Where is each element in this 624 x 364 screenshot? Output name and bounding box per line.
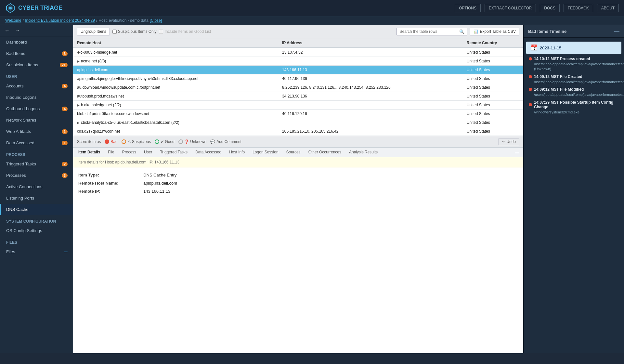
- tab-triggered-tasks[interactable]: Triggered Tasks: [156, 148, 191, 157]
- add-comment-button[interactable]: 💬 Add Comment: [210, 139, 241, 144]
- detail-label-item-type: Item Type:: [78, 173, 143, 177]
- options-button[interactable]: OPTIONS: [455, 4, 481, 12]
- sidebar-item-data-accessed[interactable]: Data Accessed 1: [0, 137, 73, 149]
- tab-host-info[interactable]: Host Info: [225, 148, 249, 157]
- include-good-checkbox-label[interactable]: Include Items on Good List: [159, 29, 211, 34]
- expand-icon[interactable]: ▶: [77, 121, 80, 124]
- comment-icon: 💬: [210, 139, 215, 144]
- breadcrumb: Welcome / Incident: Evaluation Incident …: [0, 16, 624, 25]
- table-row[interactable]: au.download.windowsupdate.com.c.footprin…: [73, 83, 523, 92]
- sidebar-item-dashboard[interactable]: Dashboard: [0, 36, 73, 48]
- tab-process[interactable]: Process: [118, 148, 140, 157]
- tab-user[interactable]: User: [140, 148, 156, 157]
- table-row[interactable]: ▶acme.net (8/8) United States: [73, 57, 523, 66]
- sidebar-item-bad-items[interactable]: Bad Items 3: [0, 48, 73, 59]
- expand-icon[interactable]: ▶: [77, 59, 80, 63]
- table-toolbar: Ungroup Items Suspicious Items Only Incl…: [73, 25, 523, 38]
- forward-button[interactable]: →: [13, 27, 22, 34]
- tab-file[interactable]: File: [104, 148, 118, 157]
- score-good-option[interactable]: ✔ Good: [155, 139, 175, 144]
- score-suspicious-radio[interactable]: [122, 139, 126, 144]
- cell-country: United States: [463, 74, 523, 83]
- tab-collapse-button[interactable]: —: [512, 148, 522, 157]
- sidebar-label-bad-items: Bad Items: [6, 51, 25, 56]
- cell-country: United States: [463, 66, 523, 74]
- back-button[interactable]: ←: [3, 27, 12, 34]
- expand-icon[interactable]: ▶: [77, 103, 80, 107]
- timeline-desc-1: /users/jdoe/appdata/local/temp/java/java…: [529, 80, 620, 84]
- tab-sources[interactable]: Sources: [282, 148, 305, 157]
- sidebar-item-listening-ports[interactable]: Listening Ports: [0, 192, 73, 204]
- timeline-dot-2: [529, 88, 532, 91]
- ungroup-items-button[interactable]: Ungroup Items: [77, 28, 110, 35]
- sidebar-item-os-config[interactable]: OS Config Settings: [0, 225, 73, 236]
- tab-logon-session[interactable]: Logon Session: [249, 148, 282, 157]
- cell-host: au.download.windowsupdate.com.c.footprin…: [73, 83, 278, 92]
- suspicious-only-checkbox[interactable]: [112, 30, 117, 34]
- breadcrumb-welcome[interactable]: Welcome: [5, 18, 21, 23]
- timeline-date: 📅 2023-11-15: [526, 42, 621, 54]
- score-bar: Score item as Bad ⚠ Suspicious ✔ Good ❓ …: [73, 136, 523, 148]
- score-bad-label: Bad: [110, 139, 117, 144]
- score-unknown-label: ❓ Unknown: [184, 139, 206, 144]
- right-panel-close-button[interactable]: —: [614, 28, 619, 34]
- table-row[interactable]: cds.d2s7q6s2.hwcdn.net 205.185.216.10, 2…: [73, 127, 523, 136]
- sidebar-item-files[interactable]: Files: [0, 246, 73, 257]
- cell-ip: [278, 101, 463, 110]
- sidebar-item-suspicious-items[interactable]: Suspicious Items 21: [0, 59, 73, 71]
- tab-item-details[interactable]: Item Details: [74, 148, 104, 157]
- timeline-desc-0: /users/jdoe/appdata/local/temp/java/java…: [529, 62, 620, 72]
- tab-analysis-results[interactable]: Analysis Results: [345, 148, 382, 157]
- right-panel-header: Bad Items Timeline —: [524, 25, 624, 38]
- sidebar-item-inbound-logons[interactable]: Inbound Logons: [0, 92, 73, 103]
- search-input[interactable]: [399, 29, 458, 34]
- sidebar-item-outbound-logons[interactable]: Outbound Logons 4: [0, 103, 73, 114]
- detail-row-remote-ip: Remote IP: 143.166.11.13: [78, 189, 518, 194]
- dns-cache-table: Remote Host IP Address Remote Country 4-…: [73, 38, 523, 136]
- breadcrumb-incident[interactable]: Incident: Evaluation Incident 2024-04-29: [25, 18, 95, 23]
- table-row[interactable]: blob.ch1prdstr06a.store.core.windows.net…: [73, 110, 523, 118]
- score-bad-radio[interactable]: [105, 139, 109, 144]
- cell-country: United States: [463, 127, 523, 136]
- suspicious-only-checkbox-label[interactable]: Suspicious Items Only: [112, 29, 157, 34]
- timeline-entry-2: 14:09:12 MST File Modified /users/jdoe/a…: [524, 86, 624, 98]
- score-bad-option[interactable]: Bad: [105, 139, 117, 144]
- export-csv-button[interactable]: 📊 Export Table as CSV: [470, 28, 519, 35]
- sidebar-item-dns-cache[interactable]: DNS Cache: [0, 204, 73, 215]
- table-row[interactable]: ▶cbola-analytics-c5-6.us-east-1.elasticb…: [73, 118, 523, 127]
- cell-host: blob.ch1prdstr06a.store.core.windows.net: [73, 110, 278, 118]
- table-row-selected[interactable]: apidp.ins.dell.com 143.166.11.13 United …: [73, 66, 523, 74]
- sidebar-item-web-artifacts[interactable]: Web Artifacts 1: [0, 126, 73, 137]
- undo-icon: ↩: [502, 139, 505, 144]
- sidebar-item-triggered-tasks[interactable]: Triggered Tasks 2: [0, 158, 73, 170]
- sidebar-section-system-config: System Configuration: [0, 215, 73, 225]
- table-row[interactable]: ▶b.akamaiedge.net (2/2) United States: [73, 101, 523, 110]
- docs-button[interactable]: DOCS: [540, 4, 560, 12]
- score-unknown-option[interactable]: ❓ Unknown: [178, 139, 206, 144]
- undo-button[interactable]: ↩ Undo: [499, 138, 519, 145]
- include-good-checkbox[interactable]: [159, 30, 163, 34]
- cell-host: 4-c-0003.c-msedge.net: [73, 48, 278, 57]
- tab-other-occurrences[interactable]: Other Occurrences: [305, 148, 345, 157]
- sidebar-item-network-shares[interactable]: Network Shares: [0, 114, 73, 126]
- extract-collector-button[interactable]: EXTRACT COLLECTOR: [485, 4, 536, 12]
- table-row[interactable]: apimgmthszbjimgeglorvthkncixvpso9vnynvh3…: [73, 74, 523, 83]
- score-suspicious-label: ⚠ Suspicious: [127, 139, 151, 144]
- feedback-button[interactable]: FEEDBACK: [564, 4, 593, 12]
- sidebar-section-user: User: [0, 71, 73, 80]
- tab-data-accessed[interactable]: Data Accessed: [191, 148, 225, 157]
- score-suspicious-option[interactable]: ⚠ Suspicious: [122, 139, 151, 144]
- detail-label-remote-ip: Remote IP:: [78, 189, 143, 194]
- score-unknown-radio[interactable]: [178, 139, 183, 144]
- sidebar-item-active-connections[interactable]: Active Connections: [0, 181, 73, 192]
- table-row[interactable]: 4-c-0003.c-msedge.net 13.107.4.52 United…: [73, 48, 523, 57]
- sidebar-item-processes[interactable]: Processes 3: [0, 170, 73, 181]
- about-button[interactable]: ABOUT: [597, 4, 619, 12]
- table-row[interactable]: autopush.prod.mozaws.net 34.213.90.136 U…: [73, 92, 523, 101]
- logo-icon: [5, 3, 16, 13]
- score-good-radio[interactable]: [155, 139, 159, 144]
- breadcrumb-close[interactable]: [Close]: [150, 18, 162, 23]
- detail-notice: Item details for Host: apidp.ins.dell.co…: [73, 157, 523, 167]
- search-box[interactable]: 🔍: [396, 28, 467, 35]
- sidebar-item-accounts[interactable]: Accounts 4: [0, 80, 73, 92]
